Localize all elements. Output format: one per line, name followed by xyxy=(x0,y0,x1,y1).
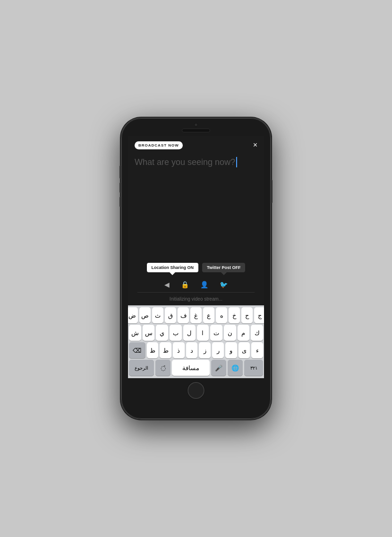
globe-key[interactable]: 🌐 xyxy=(228,360,243,376)
key-kaf[interactable]: ك xyxy=(251,325,263,341)
key-ya[interactable]: ي xyxy=(156,325,168,341)
key-alef[interactable]: ا xyxy=(197,325,209,341)
location-tooltip-arrow xyxy=(170,272,175,275)
close-button[interactable]: × xyxy=(253,141,257,149)
key-ta[interactable]: ت xyxy=(210,325,222,341)
keyboard-row-4: الرجوع ◌́ مسافة 🎤 🌐 ٣٢١ xyxy=(129,360,263,376)
location-icon[interactable]: ◀ xyxy=(164,281,170,288)
person-icon[interactable]: 👤 xyxy=(200,281,208,288)
key-ha[interactable]: ه xyxy=(216,307,227,323)
app-topbar: BROADCAST NOW × xyxy=(128,136,264,153)
phone-top xyxy=(121,118,271,132)
volume-up-button xyxy=(119,182,121,193)
icon-row: ◀ 🔒 👤 🐦 xyxy=(133,279,259,292)
twitter-icon[interactable]: 🐦 xyxy=(220,281,228,288)
emoji-key[interactable]: ◌́ xyxy=(155,360,170,376)
key-thaa[interactable]: ث xyxy=(152,307,163,323)
keyboard-row-2: ش س ي ب ل ا ت ن م ك xyxy=(129,325,263,341)
key-zain[interactable]: ز xyxy=(199,342,211,358)
earpiece-speaker xyxy=(182,129,210,132)
key-zha[interactable]: ظ xyxy=(147,342,159,358)
side-button-right xyxy=(271,180,273,203)
side-buttons-left xyxy=(119,165,121,207)
phone-screen: BROADCAST NOW × What are you seeing now?… xyxy=(128,136,264,378)
key-qaf[interactable]: ق xyxy=(165,307,176,323)
numbers-key[interactable]: ٣٢١ xyxy=(244,360,263,376)
broadcast-badge: BROADCAST NOW xyxy=(135,141,183,149)
key-nun[interactable]: ن xyxy=(224,325,236,341)
lock-icon[interactable]: 🔒 xyxy=(181,281,189,288)
keyboard-row-1: ض ص ث ق ف غ ع ه خ ح ج xyxy=(129,307,263,323)
key-dad[interactable]: ض xyxy=(128,307,138,323)
app-content: BROADCAST NOW × What are you seeing now?… xyxy=(128,136,264,378)
input-placeholder: What are you seeing now? xyxy=(135,157,257,167)
mic-key[interactable]: 🎤 xyxy=(211,360,226,376)
key-sad[interactable]: ص xyxy=(139,307,151,323)
key-ra[interactable]: ر xyxy=(212,342,224,358)
delete-key[interactable]: ⌫ xyxy=(129,342,145,358)
key-alef-maqsura[interactable]: ى xyxy=(239,342,250,358)
front-camera xyxy=(194,123,198,127)
key-dal[interactable]: د xyxy=(186,342,198,358)
twitter-toggle-container: Twitter Post OFF xyxy=(202,263,245,275)
key-fa[interactable]: ف xyxy=(178,307,189,323)
key-lam[interactable]: ل xyxy=(183,325,196,341)
twitter-post-button[interactable]: Twitter Post OFF xyxy=(202,263,245,272)
key-meem[interactable]: م xyxy=(238,325,250,341)
mute-button xyxy=(119,165,121,179)
key-ain[interactable]: ع xyxy=(203,307,214,323)
key-ghain[interactable]: غ xyxy=(190,307,202,323)
phone-shell: BROADCAST NOW × What are you seeing now?… xyxy=(120,117,272,420)
toggle-buttons-row: Location Sharing ON Twitter Post OFF xyxy=(133,263,259,275)
key-waw[interactable]: و xyxy=(225,342,237,358)
key-kha[interactable]: خ xyxy=(229,307,240,323)
key-dhal[interactable]: ذ xyxy=(173,342,185,358)
key-sheen[interactable]: ش xyxy=(129,325,141,341)
status-text: Initializing video stream... xyxy=(133,293,259,305)
home-button[interactable] xyxy=(187,382,205,399)
volume-down-button xyxy=(119,197,121,207)
key-tta[interactable]: ط xyxy=(160,342,171,358)
power-button xyxy=(271,180,273,203)
key-hha[interactable]: ح xyxy=(241,307,253,323)
key-jeem[interactable]: ج xyxy=(254,307,264,323)
return-key[interactable]: الرجوع xyxy=(129,360,154,376)
key-ba[interactable]: ب xyxy=(170,325,182,341)
controls-area: Location Sharing ON Twitter Post OFF ◀ 🔒… xyxy=(128,260,264,305)
space-key[interactable]: مسافة xyxy=(172,360,210,376)
input-area[interactable]: What are you seeing now? xyxy=(128,153,264,260)
location-toggle-container: Location Sharing ON xyxy=(147,263,199,275)
keyboard-row-3: ⌫ ظ ط ذ د ز ر و ى ء xyxy=(129,342,263,358)
home-button-area xyxy=(187,378,205,404)
key-seen[interactable]: س xyxy=(143,325,155,341)
location-sharing-button[interactable]: Location Sharing ON xyxy=(147,263,199,272)
text-cursor xyxy=(236,157,237,167)
arabic-keyboard[interactable]: ض ص ث ق ف غ ع ه خ ح ج ش س ي ب xyxy=(128,305,264,378)
key-hamza[interactable]: ء xyxy=(251,342,263,358)
twitter-tooltip-arrow xyxy=(221,272,227,275)
